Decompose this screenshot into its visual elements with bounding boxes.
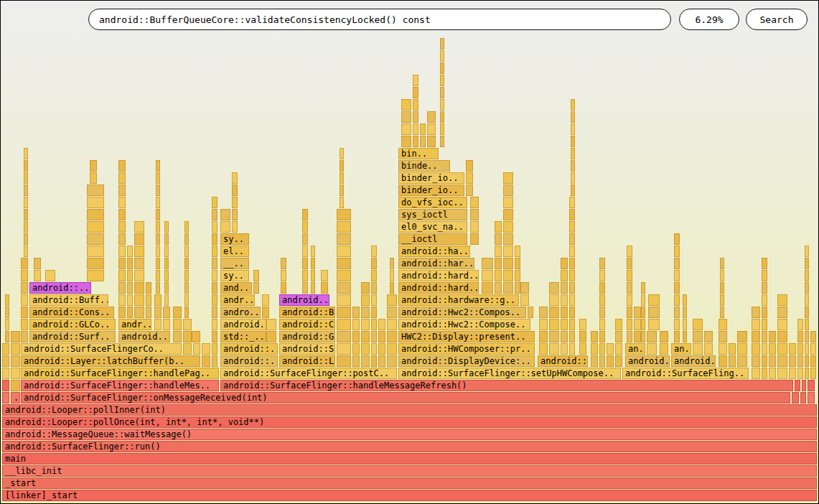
flame-frame[interactable]: android::Co.. bbox=[279, 319, 335, 330]
flame-frame-small[interactable] bbox=[118, 209, 126, 220]
flame-frame-small[interactable] bbox=[302, 233, 308, 245]
flame-frame[interactable]: __ioctl bbox=[398, 233, 467, 245]
flame-frame-small[interactable] bbox=[266, 331, 276, 342]
flame-frame-small[interactable] bbox=[302, 209, 308, 220]
flame-frame-small[interactable] bbox=[352, 307, 360, 318]
flame-frame-small[interactable] bbox=[762, 319, 767, 330]
flame-frame-small[interactable] bbox=[302, 221, 308, 233]
flame-frame-small[interactable] bbox=[752, 343, 760, 355]
flame-frame-small[interactable] bbox=[401, 99, 411, 111]
flame-frame-small[interactable] bbox=[627, 294, 632, 306]
flame-frame-small[interactable] bbox=[253, 282, 259, 294]
flame-frame-small[interactable] bbox=[470, 233, 479, 245]
flame-frame-small[interactable] bbox=[164, 294, 169, 306]
flame-frame[interactable]: android::har.. bbox=[398, 258, 474, 269]
flame-frame-small[interactable] bbox=[118, 197, 126, 208]
flame-frame-small[interactable] bbox=[192, 331, 200, 342]
flame-frame-small[interactable] bbox=[607, 343, 614, 355]
flame-frame-small[interactable] bbox=[627, 246, 632, 257]
flame-frame-small[interactable] bbox=[163, 319, 170, 330]
flame-frame-small[interactable] bbox=[599, 343, 605, 355]
flame-frame[interactable]: do_vfs_ioc.. bbox=[398, 197, 467, 208]
flame-frame[interactable]: android::Cons.. bbox=[29, 307, 114, 318]
flame-frame-small[interactable] bbox=[118, 221, 126, 233]
flame-frame-small[interactable] bbox=[427, 111, 436, 123]
flame-frame-small[interactable] bbox=[311, 270, 315, 281]
flame-frame-small[interactable] bbox=[693, 331, 703, 342]
flame-frame-small[interactable] bbox=[777, 294, 787, 306]
flame-frame-small[interactable] bbox=[647, 331, 657, 342]
flame-frame-small[interactable] bbox=[127, 282, 133, 294]
flame-frame-small[interactable] bbox=[164, 270, 169, 281]
flame-frame-small[interactable] bbox=[440, 50, 444, 62]
flame-frame-small[interactable] bbox=[627, 282, 632, 294]
flame-frame-small[interactable] bbox=[118, 160, 126, 172]
flame-frame-small[interactable] bbox=[352, 355, 360, 367]
flame-frame-small[interactable] bbox=[762, 307, 767, 318]
flame-frame[interactable]: and.. bbox=[220, 282, 252, 294]
flame-frame-small[interactable] bbox=[253, 270, 259, 281]
flame-frame-small[interactable] bbox=[719, 331, 727, 342]
flame-frame[interactable]: main bbox=[2, 453, 817, 465]
flame-frame-small[interactable] bbox=[720, 294, 724, 306]
flame-frame-small[interactable] bbox=[371, 270, 377, 281]
flame-frame-small[interactable] bbox=[549, 307, 559, 318]
flame-frame-small[interactable] bbox=[371, 355, 377, 367]
flame-frame-small[interactable] bbox=[413, 136, 418, 147]
flame-frame-small[interactable] bbox=[134, 294, 144, 306]
flame-frame-small[interactable] bbox=[232, 172, 238, 184]
flame-frame-small[interactable] bbox=[752, 319, 760, 330]
flame-frame-small[interactable] bbox=[674, 319, 680, 330]
flame-frame-small[interactable] bbox=[482, 282, 493, 294]
flame-frame-small[interactable] bbox=[321, 270, 328, 281]
flame-frame-small[interactable] bbox=[212, 270, 217, 281]
flame-frame-small[interactable] bbox=[118, 258, 126, 269]
flame-frame-small[interactable] bbox=[413, 99, 418, 111]
flame-frame-small[interactable] bbox=[156, 209, 160, 220]
flame-frame-small[interactable] bbox=[118, 270, 126, 281]
flame-frame-small[interactable] bbox=[378, 331, 385, 342]
flame-frame-small[interactable] bbox=[495, 282, 502, 294]
flame-frame[interactable]: android::SurfaceFlinger::setUpHWCompose.… bbox=[398, 368, 621, 379]
flame-frame-small[interactable] bbox=[440, 123, 444, 135]
flame-frame-small[interactable] bbox=[311, 282, 315, 294]
flame-frame-small[interactable] bbox=[387, 294, 397, 306]
flame-frame-small[interactable] bbox=[183, 331, 192, 342]
flame-frame[interactable]: android::DisplayDevice:.. bbox=[398, 355, 535, 367]
flame-frame-small[interactable] bbox=[495, 221, 502, 233]
flame-frame-small[interactable] bbox=[792, 392, 799, 403]
flame-frame-small[interactable] bbox=[184, 246, 189, 257]
flame-frame-small[interactable] bbox=[164, 282, 169, 294]
flame-frame-small[interactable] bbox=[5, 319, 9, 330]
flame-frame-small[interactable] bbox=[118, 294, 126, 306]
flame-frame-small[interactable] bbox=[24, 172, 28, 184]
flame-frame-small[interactable] bbox=[495, 233, 502, 245]
flame-frame-small[interactable] bbox=[302, 246, 308, 257]
flame-frame-small[interactable] bbox=[805, 319, 809, 330]
flame-frame-small[interactable] bbox=[615, 355, 622, 367]
flame-frame-small[interactable] bbox=[154, 319, 162, 330]
flame-frame-small[interactable] bbox=[674, 294, 680, 306]
flame-frame[interactable]: android.. bbox=[118, 331, 170, 342]
flame-frame-small[interactable] bbox=[164, 258, 169, 269]
flame-frame-small[interactable] bbox=[212, 355, 217, 367]
flame-frame-small[interactable] bbox=[281, 270, 286, 281]
flame-frame-small[interactable] bbox=[569, 343, 575, 355]
flame-frame-small[interactable] bbox=[641, 307, 645, 318]
flame-frame-small[interactable] bbox=[762, 331, 767, 342]
flame-frame-small[interactable] bbox=[127, 307, 133, 318]
flame-frame[interactable]: android::SurfaceFlinger::handleMes.. bbox=[21, 380, 219, 391]
flame-frame-small[interactable] bbox=[729, 343, 736, 355]
flame-frame-small[interactable] bbox=[674, 282, 680, 294]
flame-frame-small[interactable] bbox=[401, 123, 411, 135]
flame-frame-small[interactable] bbox=[569, 319, 575, 330]
flame-frame-small[interactable] bbox=[21, 307, 28, 318]
flame-frame[interactable]: android::Layer::latchBuffer(b.. bbox=[21, 355, 200, 367]
flame-frame-small[interactable] bbox=[561, 307, 568, 318]
flame-frame-small[interactable] bbox=[466, 185, 473, 196]
flame-frame-small[interactable] bbox=[762, 258, 767, 269]
flame-frame-small[interactable] bbox=[805, 355, 809, 367]
flame-frame-small[interactable] bbox=[21, 319, 28, 330]
flame-frame-small[interactable] bbox=[321, 282, 328, 294]
flame-frame-small[interactable] bbox=[232, 185, 238, 196]
